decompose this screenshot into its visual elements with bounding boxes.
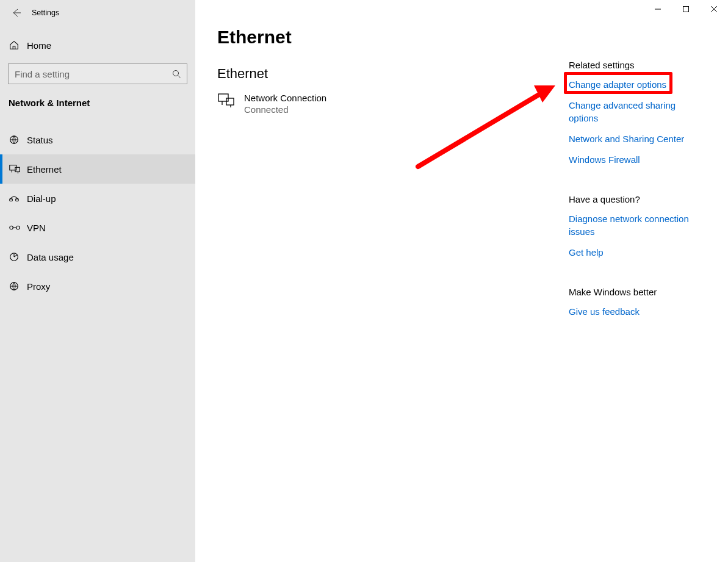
search-input[interactable] [9,68,166,80]
sidebar-item-label: Ethernet [27,164,62,175]
connection-status: Connected [244,104,326,115]
ethernet-icon [217,93,236,109]
page-title: Ethernet [217,27,728,48]
status-icon [9,134,20,145]
sidebar-item-label: Proxy [27,281,50,292]
link-change-adapter-options[interactable]: Change adapter options [569,79,706,91]
maximize-button[interactable] [672,0,700,18]
sidebar-item-dialup[interactable]: Dial-up [0,184,195,213]
svg-point-0 [173,71,179,76]
arrow-left-icon [12,8,21,18]
close-button[interactable] [700,0,728,18]
home-nav[interactable]: Home [0,32,195,59]
link-give-us-feedback[interactable]: Give us feedback [569,306,706,318]
ethernet-icon [9,164,21,175]
home-label: Home [27,40,51,51]
minimize-button[interactable] [644,0,672,18]
make-windows-better-heading: Make Windows better [569,287,706,297]
link-windows-firewall[interactable]: Windows Firewall [569,154,706,166]
sidebar-item-label: VPN [27,223,46,233]
svg-rect-4 [10,199,12,201]
close-icon [711,6,717,12]
window-title: Settings [32,9,59,17]
sidebar-item-label: Dial-up [27,193,56,204]
sidebar-item-datausage[interactable]: Data usage [0,242,195,272]
link-change-advanced-sharing[interactable]: Change advanced sharing options [569,99,706,124]
svg-rect-5 [16,199,19,201]
vpn-icon [9,222,21,233]
svg-point-6 [10,226,13,229]
back-button[interactable] [7,4,26,22]
sidebar-nav-list: Status Ethernet [0,125,195,301]
sidebar-item-proxy[interactable]: Proxy [0,272,195,301]
sidebar-item-ethernet[interactable]: Ethernet [0,154,195,184]
svg-rect-3 [15,167,20,171]
sidebar-item-status[interactable]: Status [0,125,195,154]
sidebar-item-label: Status [27,135,53,145]
connection-name: Network Connection [244,93,326,103]
search-icon [166,69,187,79]
home-icon [9,40,20,51]
link-network-sharing-center[interactable]: Network and Sharing Center [569,133,706,145]
svg-rect-10 [683,7,689,12]
right-panels: Related settings Change adapter options … [569,60,706,326]
have-a-question-heading: Have a question? [569,194,706,204]
proxy-icon [9,281,20,292]
sidebar: Settings Home Netwo [0,0,195,562]
svg-point-7 [16,226,20,229]
sidebar-item-vpn[interactable]: VPN [0,213,195,242]
minimize-icon [655,6,661,12]
search-box[interactable] [8,63,187,84]
maximize-icon [683,6,689,12]
dialup-icon [9,193,20,204]
related-settings-heading: Related settings [569,60,706,70]
link-get-help[interactable]: Get help [569,247,706,259]
link-diagnose-network[interactable]: Diagnose network connection issues [569,213,706,238]
datausage-icon [9,251,20,262]
sidebar-category: Network & Internet [0,98,195,108]
sidebar-item-label: Data usage [27,252,74,262]
main-content: Ethernet Ethernet Network Connection Con… [195,0,728,562]
